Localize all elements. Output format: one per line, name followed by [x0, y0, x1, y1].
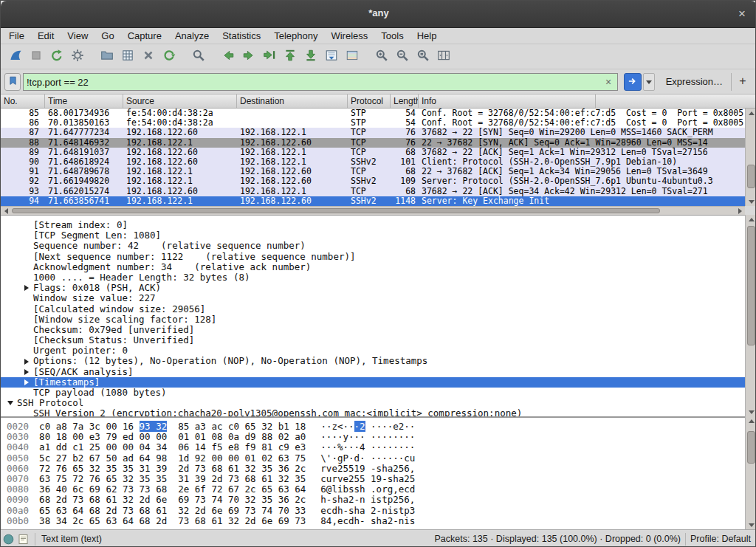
column-header-destination[interactable]: Destination [237, 94, 348, 108]
detail-checksum[interactable]: Checksum: 0x79ed [unverified] [1, 325, 745, 335]
scroll-up-arrow[interactable] [746, 215, 756, 224]
collapse-arrow-icon[interactable] [4, 398, 17, 408]
scroll-down-arrow[interactable] [746, 407, 756, 416]
start-capture-button[interactable] [5, 47, 26, 67]
packet-row-87[interactable]: 8771.647777234192.168.122.60192.168.122.… [1, 128, 745, 137]
column-header-length[interactable]: Length [391, 94, 419, 108]
packet-row-91[interactable]: 9171.648789678192.168.122.1192.168.122.6… [1, 167, 745, 176]
hex-row-0070[interactable]: 007063 75 72 76 65 32 35 35 31 39 2d 73 … [7, 474, 745, 484]
detail-stream-index[interactable]: [Stream index: 0] [1, 220, 745, 230]
zoom-reset-button[interactable] [413, 47, 433, 67]
go-forward-button[interactable] [238, 47, 259, 67]
detail-ssh-version[interactable]: SSH Version 2 (encryption:chacha20-poly1… [1, 408, 745, 416]
column-header-time[interactable]: Time [45, 94, 123, 108]
menu-help[interactable]: Help [410, 29, 444, 43]
resize-columns-button[interactable] [433, 47, 454, 67]
scroll-down-arrow[interactable] [746, 520, 756, 529]
details-vscrollbar[interactable] [745, 215, 756, 416]
scroll-up-arrow[interactable] [746, 416, 756, 425]
hex-row-0060[interactable]: 006072 76 65 32 35 35 31 39 2d 73 68 61 … [7, 464, 745, 474]
scroll-down-arrow[interactable] [746, 197, 756, 206]
packet-row-85[interactable]: 8568.001734936fe:54:00:d4:38:2aSTP54Conf… [1, 109, 745, 118]
column-header-protocol[interactable]: Protocol [348, 94, 391, 108]
hex-vscroll-thumb[interactable] [747, 431, 755, 464]
expand-arrow-icon[interactable] [20, 367, 33, 377]
expand-arrow-icon[interactable] [20, 283, 33, 293]
packet-row-90[interactable]: 9071.648618924192.168.122.60192.168.122.… [1, 157, 745, 167]
hex-row-0090[interactable]: 009068 2d 73 68 61 32 2d 6e 69 73 74 70 … [7, 495, 745, 505]
detail-header-length[interactable]: 1000 .... = Header Length: 32 bytes (8) [1, 272, 745, 283]
detail-window-size[interactable]: Window size value: 227 [1, 293, 745, 303]
save-file-button[interactable] [117, 47, 138, 67]
menu-go[interactable]: Go [94, 29, 120, 43]
scroll-up-arrow[interactable] [746, 109, 756, 117]
go-last-button[interactable] [300, 47, 321, 67]
find-packet-button[interactable] [188, 47, 209, 67]
apply-filter-button[interactable] [624, 73, 642, 91]
reload-button[interactable] [159, 47, 179, 67]
detail-sequence-number[interactable]: Sequence number: 42 (relative sequence n… [1, 241, 745, 251]
zoom-in-button[interactable] [371, 47, 392, 67]
detail-timestamps-selected[interactable]: [Timestamps] [1, 377, 745, 388]
column-header-source[interactable]: Source [123, 94, 237, 108]
scroll-left-arrow[interactable] [1, 207, 11, 215]
detail-urgent-pointer[interactable]: Urgent pointer: 0 [1, 345, 745, 356]
status-profile[interactable]: Profile: Default [690, 534, 751, 544]
packet-row-86[interactable]: 8670.013850163fe:54:00:d4:38:2aSTP54Conf… [1, 118, 745, 128]
expand-arrow-icon[interactable] [20, 356, 33, 366]
detail-next-sequence[interactable]: [Next sequence number: 1122 (relative se… [1, 252, 745, 262]
menu-telephony[interactable]: Telephony [267, 29, 324, 43]
expand-arrow-icon[interactable] [20, 377, 33, 388]
detail-ssh-protocol[interactable]: SSH Protocol [1, 398, 745, 408]
hex-row-0040[interactable]: 0040a1 dd c1 25 00 00 04 34 06 14 f5 e8 … [7, 442, 745, 453]
detail-seq-ack-analysis[interactable]: [SEQ/ACK analysis] [1, 367, 745, 377]
packet-row-92[interactable]: 9271.661949820192.168.122.1192.168.122.6… [1, 176, 745, 186]
menu-tools[interactable]: Tools [374, 29, 410, 43]
filter-clear-icon[interactable]: × [602, 75, 615, 89]
detail-ack-number[interactable]: Acknowledgment number: 34 (relative ack … [1, 262, 745, 272]
stop-capture-button[interactable] [26, 47, 47, 67]
hex-row-0030[interactable]: 003080 18 00 e3 79 ed 00 00 01 01 08 0a … [7, 432, 745, 442]
menu-analyze[interactable]: Analyze [168, 29, 216, 43]
detail-segment-len[interactable]: [TCP Segment Len: 1080] [1, 230, 745, 241]
capture-options-button[interactable] [67, 47, 88, 67]
go-first-button[interactable] [280, 47, 300, 67]
hex-row-00b0[interactable]: 00b038 34 2c 65 63 64 68 2d 73 68 61 32 … [7, 516, 745, 526]
go-back-button[interactable] [218, 47, 238, 67]
add-filter-button[interactable]: + [735, 73, 751, 91]
filter-bookmark-button[interactable] [4, 73, 21, 91]
packet-row-89[interactable]: 8971.648191037192.168.122.60192.168.122.… [1, 148, 745, 157]
open-file-button[interactable] [97, 47, 117, 67]
capture-comment-button[interactable] [16, 534, 30, 545]
filter-history-dropdown[interactable] [643, 73, 655, 91]
go-to-packet-button[interactable] [259, 47, 280, 67]
packet-list-hscrollbar[interactable] [1, 206, 745, 215]
hex-row-0080[interactable]: 008036 40 6c 69 62 73 73 68 2e 6f 72 67 … [7, 484, 745, 495]
column-header-info[interactable]: Info [419, 94, 596, 108]
hex-row-00a0[interactable]: 00a065 63 64 68 2d 73 68 61 32 2d 6e 69 … [7, 506, 745, 516]
details-vscroll-thumb[interactable] [747, 226, 755, 345]
packet-list-vscrollbar[interactable] [745, 109, 756, 206]
menu-edit[interactable]: Edit [31, 29, 61, 43]
hex-vscrollbar[interactable] [745, 416, 756, 529]
close-file-button[interactable] [138, 47, 159, 67]
menu-statistics[interactable]: Statistics [216, 29, 267, 43]
detail-flags[interactable]: Flags: 0x018 (PSH, ACK) [1, 283, 745, 293]
column-header-no[interactable]: No. [1, 94, 45, 108]
expert-info-button[interactable] [1, 534, 16, 545]
detail-options[interactable]: Options: (12 bytes), No-Operation (NOP),… [1, 356, 745, 366]
zoom-out-button[interactable] [392, 47, 413, 67]
restart-capture-button[interactable] [47, 47, 67, 67]
auto-scroll-button[interactable] [321, 47, 342, 67]
scroll-right-arrow[interactable] [735, 207, 745, 215]
expression-button[interactable]: Expression… [666, 76, 723, 87]
packet-row-88[interactable]: 8871.648146932192.168.122.1192.168.122.6… [1, 138, 745, 148]
detail-tcp-payload[interactable]: TCP payload (1080 bytes) [1, 388, 745, 398]
hex-row-0050[interactable]: 00505c 27 b2 67 50 ad 64 98 1d 92 00 00 … [7, 453, 745, 464]
packet-row-93[interactable]: 9371.662015274192.168.122.60192.168.122.… [1, 187, 745, 196]
detail-calc-window[interactable]: [Calculated window size: 29056] [1, 304, 745, 314]
menu-wireless[interactable]: Wireless [324, 29, 374, 43]
menu-capture[interactable]: Capture [121, 29, 168, 43]
detail-checksum-status[interactable]: [Checksum Status: Unverified] [1, 335, 745, 345]
packet-row-94-selected[interactable]: 9471.663856741192.168.122.1192.168.122.6… [1, 196, 745, 206]
